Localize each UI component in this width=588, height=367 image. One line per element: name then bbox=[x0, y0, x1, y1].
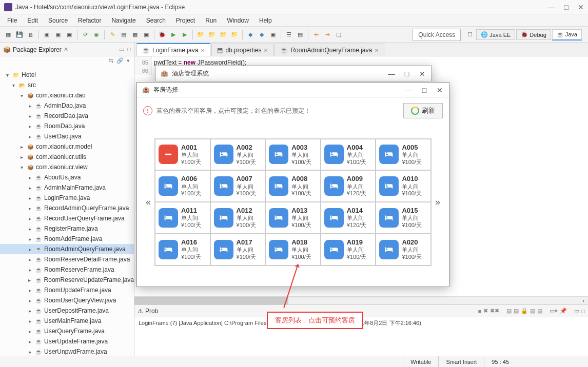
dialog-minimize-button[interactable]: ― bbox=[405, 86, 413, 94]
remove-all-button[interactable]: ✖✖ bbox=[490, 308, 499, 314]
perspective-debug[interactable]: 🐞Debug bbox=[516, 29, 551, 40]
editor-tab[interactable]: ☕LoginFrame.java✕ bbox=[136, 43, 210, 56]
window-close-button[interactable]: ✕ bbox=[578, 3, 584, 11]
collapse-all-button[interactable]: ⇆ bbox=[109, 57, 113, 67]
console-minimize-button[interactable]: ▭ bbox=[574, 308, 579, 314]
link-editor-button[interactable]: 🔗 bbox=[116, 57, 124, 67]
toolbar-button[interactable]: ✎ bbox=[107, 30, 117, 40]
tree-node[interactable]: ▸☕AdminMainFrame.java bbox=[0, 182, 134, 193]
dialog-minimize-button[interactable]: ― bbox=[387, 70, 396, 78]
tree-node[interactable]: ▸☕RegisterFrame.java bbox=[0, 223, 134, 234]
room-cell[interactable]: A003 单人间 ¥100/天 bbox=[265, 139, 321, 171]
view-maximize-button[interactable]: □ bbox=[127, 46, 131, 53]
console-select-button[interactable]: ▭▾ bbox=[550, 308, 558, 314]
tree-node[interactable]: ▸☕RoomAdminQueryFrame.java bbox=[0, 244, 134, 254]
room-cell[interactable]: A015 单人间 ¥100/天 bbox=[376, 202, 431, 234]
toolbar-button[interactable]: ▢ bbox=[334, 30, 344, 40]
toolbar-button[interactable]: ◆ bbox=[245, 30, 256, 40]
open-perspective-button[interactable]: ☐ bbox=[465, 30, 475, 40]
room-cell[interactable]: A004 单人间 ¥100/天 bbox=[321, 139, 376, 171]
console-toolbar-button[interactable]: ▤ bbox=[514, 308, 519, 314]
editor-tab[interactable]: ▤db.properties✕ bbox=[211, 44, 273, 56]
dialog-close-button[interactable]: ✕ bbox=[436, 86, 444, 94]
prev-page-button[interactable]: « bbox=[142, 187, 154, 217]
tree-node[interactable]: ▸📦com.xiaoniucr.model bbox=[0, 141, 134, 152]
editor-tab[interactable]: ☕RoomAdminQueryFrame.java✕ bbox=[275, 44, 384, 56]
toolbar-button[interactable]: ▣ bbox=[141, 30, 151, 40]
toolbar-button[interactable]: ▣ bbox=[53, 30, 63, 40]
tree-node[interactable]: ▸☕RoomAddFrame.java bbox=[0, 234, 134, 244]
package-tree[interactable]: ▾📁Hotel▾📂src▾📦com.xiaoniucr.dao▸☕AdminDa… bbox=[0, 68, 134, 356]
console-toolbar-button[interactable]: ▤ bbox=[530, 308, 535, 314]
nav-forward-button[interactable]: ➡ bbox=[322, 30, 332, 40]
run-button[interactable]: ▶ bbox=[168, 30, 179, 40]
console-tab-label[interactable]: Prob bbox=[145, 308, 158, 315]
menu-project[interactable]: Project bbox=[172, 16, 199, 25]
dialog-maximize-button[interactable]: □ bbox=[403, 70, 411, 78]
toolbar-button[interactable]: 📁 bbox=[229, 30, 240, 40]
tree-node[interactable]: ▸☕RoomUserQueryView.java bbox=[0, 295, 134, 305]
tree-node[interactable]: ▸☕RecordAdminQueryFrame.java bbox=[0, 203, 134, 213]
view-menu-button[interactable]: ▾ bbox=[127, 57, 130, 67]
tree-node[interactable]: ▸☕AdminDao.java bbox=[0, 100, 134, 111]
room-cell[interactable]: A020 单人间 ¥100/天 bbox=[376, 234, 431, 266]
menu-window[interactable]: Window bbox=[223, 16, 253, 25]
toolbar-button[interactable]: ⟳ bbox=[80, 30, 90, 40]
view-close-button[interactable]: ✕ bbox=[64, 46, 68, 53]
menu-edit[interactable]: Edit bbox=[23, 16, 42, 25]
tree-node[interactable]: ▸☕AboutUs.java bbox=[0, 172, 134, 182]
room-cell[interactable]: A009 单人间 ¥120/天 bbox=[321, 170, 376, 202]
console-toolbar-button[interactable]: 🔒 bbox=[521, 308, 528, 314]
tree-node[interactable]: ▸☕RoomReserveFrame.java bbox=[0, 264, 134, 275]
toolbar-button[interactable]: ▤ bbox=[119, 30, 129, 40]
nav-back-button[interactable]: ⬅ bbox=[311, 30, 321, 40]
debug-button[interactable]: 🐞 bbox=[157, 30, 167, 40]
window-minimize-button[interactable]: ― bbox=[548, 3, 555, 11]
toolbar-button[interactable]: ◉ bbox=[91, 30, 102, 40]
room-cell[interactable]: A001 单人间 ¥100/天 bbox=[155, 139, 210, 171]
room-cell[interactable]: A014 单人间 ¥120/天 bbox=[321, 202, 376, 234]
room-cell[interactable]: A007 单人间 ¥100/天 bbox=[210, 170, 266, 202]
console-maximize-button[interactable]: □ bbox=[581, 308, 585, 314]
room-cell[interactable]: A002 单人间 ¥100/天 bbox=[210, 139, 266, 171]
tab-close-button[interactable]: ✕ bbox=[201, 48, 205, 53]
room-cell[interactable]: A016 单人间 ¥100/天 bbox=[155, 234, 210, 266]
toolbar-button[interactable]: ▦ bbox=[130, 30, 140, 40]
next-page-button[interactable]: » bbox=[432, 187, 444, 217]
tree-node[interactable]: ▸☕RoomDao.java bbox=[0, 121, 134, 131]
toolbar-button[interactable]: ▣ bbox=[268, 30, 278, 40]
perspective-javaee[interactable]: 🌐Java EE bbox=[476, 29, 515, 40]
toolbar-button[interactable]: 📁 bbox=[218, 30, 228, 40]
toolbar-button[interactable]: ▤ bbox=[295, 30, 305, 40]
tree-node[interactable]: ▸☕RecordDao.java bbox=[0, 111, 134, 121]
room-cell[interactable]: A005 单人间 ¥100/天 bbox=[376, 139, 431, 171]
tree-node[interactable]: ▸☕UserDao.java bbox=[0, 131, 134, 141]
tab-close-button[interactable]: ✕ bbox=[375, 48, 379, 53]
toolbar-button[interactable]: ▣ bbox=[42, 30, 52, 40]
tree-node[interactable]: ▸☕UserUnpwdFrame.java bbox=[0, 346, 134, 356]
dialog-maximize-button[interactable]: □ bbox=[420, 86, 428, 94]
room-cell[interactable]: A006 单人间 ¥100/天 bbox=[155, 170, 210, 202]
refresh-button[interactable]: 刷新 bbox=[403, 103, 443, 118]
perspective-java[interactable]: ☕Java bbox=[552, 29, 582, 40]
window-maximize-button[interactable]: □ bbox=[564, 3, 569, 11]
toolbar-button[interactable]: ◆ bbox=[257, 30, 267, 40]
tree-node[interactable]: ▸☕RoomUpdateFrame.java bbox=[0, 285, 134, 295]
menu-refactor[interactable]: Refactor bbox=[74, 16, 105, 25]
tree-node[interactable]: ▸☕RoomReserveDetailFrame.java bbox=[0, 254, 134, 264]
toolbar-button[interactable]: 📁 bbox=[195, 30, 206, 40]
console-toolbar-button[interactable]: ▤ bbox=[506, 308, 512, 314]
menu-file[interactable]: File bbox=[3, 16, 21, 25]
room-cell[interactable]: A010 单人间 ¥100/天 bbox=[376, 170, 431, 202]
tree-node[interactable]: ▸☕UserMainFrame.java bbox=[0, 316, 134, 326]
tab-close-button[interactable]: ✕ bbox=[264, 48, 268, 53]
view-minimize-button[interactable]: ▭ bbox=[119, 46, 124, 53]
menu-run[interactable]: Run bbox=[201, 16, 221, 25]
remove-button[interactable]: ✖ bbox=[483, 308, 488, 314]
run-button[interactable]: ▶ bbox=[180, 30, 190, 40]
room-cell[interactable]: A013 单人间 ¥100/天 bbox=[265, 202, 321, 234]
room-cell[interactable]: A011 单人间 ¥100/天 bbox=[155, 202, 210, 234]
room-cell[interactable]: A008 单人间 ¥100/天 bbox=[265, 170, 321, 202]
menu-navigate[interactable]: Navigate bbox=[107, 16, 140, 25]
toolbar-button[interactable]: ▣ bbox=[64, 30, 74, 40]
